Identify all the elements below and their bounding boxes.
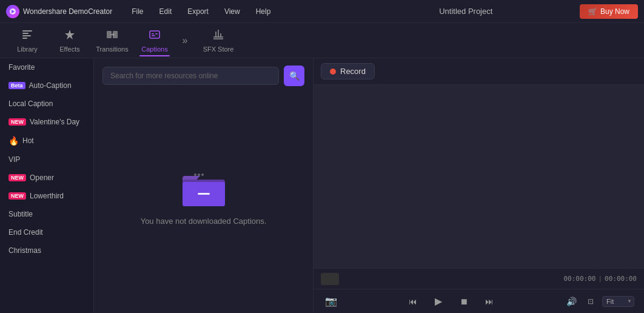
project-title: Untitled Project	[352, 7, 580, 16]
svg-marker-5	[65, 30, 75, 39]
svg-point-16	[198, 173, 200, 176]
main-content: Favorite Beta Auto-Caption Local Caption…	[0, 58, 644, 313]
fit-wrapper: Fit 25% 50% 75% 100% ▼	[602, 296, 634, 307]
record-label: Record	[340, 67, 366, 76]
aspect-ratio-button[interactable]: ⊡	[583, 294, 599, 309]
sidebar-item-hot[interactable]: 🔥 Hot	[0, 131, 93, 150]
volume-area: 🔊 ⊡ Fit 25% 50% 75% 100% ▼	[563, 294, 634, 309]
time-divider: |	[598, 275, 602, 283]
sidebar-item-local-caption-label: Local Caption	[8, 99, 53, 108]
fit-select[interactable]: Fit 25% 50% 75% 100%	[602, 296, 634, 307]
sidebar-item-auto-caption[interactable]: Beta Auto-Caption	[0, 76, 93, 95]
badge-new-valentines: NEW	[8, 118, 26, 126]
sidebar-item-local-caption[interactable]: Local Caption	[0, 95, 93, 113]
badge-new-opener: NEW	[8, 174, 26, 181]
sidebar-item-lowerthird[interactable]: NEW Lowerthird	[0, 187, 93, 205]
menu-bar: Wondershare DemoCreator File Edit Export…	[0, 0, 644, 23]
sidebar-item-vip-label: VIP	[8, 155, 20, 164]
svg-rect-11	[152, 35, 155, 36]
badge-new-lowerthird: NEW	[8, 192, 26, 200]
sidebar-item-christmas[interactable]: Christmas	[0, 241, 93, 260]
sidebar-item-valentines[interactable]: NEW Valentine's Day	[0, 113, 93, 131]
sidebar-item-christmas-label: Christmas	[8, 246, 41, 255]
svg-rect-10	[155, 33, 158, 35]
volume-button[interactable]: 🔊	[563, 294, 579, 309]
toolbar: Library Effects Transitions Captions » S…	[0, 23, 644, 58]
search-input[interactable]	[102, 67, 279, 85]
menu-file[interactable]: File	[124, 5, 150, 18]
sidebar-item-auto-caption-label: Auto-Caption	[29, 81, 72, 90]
folder-icon	[179, 169, 228, 208]
menu-view[interactable]: View	[217, 5, 247, 18]
captions-icon	[149, 29, 161, 44]
menu-help[interactable]: Help	[249, 5, 278, 18]
search-icon: 🔍	[289, 71, 300, 81]
svg-point-17	[201, 173, 204, 176]
rewind-button[interactable]: ⏮	[405, 294, 421, 309]
record-button[interactable]: Record	[321, 63, 375, 79]
cart-icon: 🛒	[588, 7, 597, 16]
sidebar-item-end-credit[interactable]: End Credit	[0, 223, 93, 241]
app-logo-icon	[6, 5, 19, 18]
sidebar-item-subtitle-label: Subtitle	[8, 210, 33, 218]
svg-rect-14	[198, 193, 210, 195]
more-tabs-button[interactable]: »	[176, 32, 194, 50]
transitions-icon	[106, 29, 118, 44]
badge-beta: Beta	[8, 82, 25, 89]
playback-controls: 📷 ⏮ ▶ ⏹ ⏭ 🔊 ⊡ Fit 25% 50% 75% 100% ▼	[314, 289, 644, 313]
sidebar-item-subtitle[interactable]: Subtitle	[0, 205, 93, 223]
tab-transitions[interactable]: Transitions	[91, 25, 133, 56]
tab-sfx-store[interactable]: SFX Store	[194, 25, 243, 56]
svg-rect-1	[22, 30, 32, 32]
thumbnail-strip	[321, 273, 339, 285]
menu-items: File Edit Export View Help	[124, 5, 352, 18]
buy-now-label: Buy Now	[600, 7, 629, 16]
record-toolbar: Record	[314, 58, 644, 85]
app-logo: Wondershare DemoCreator	[6, 5, 112, 18]
tab-library-label: Library	[17, 45, 38, 53]
sidebar-item-vip[interactable]: VIP	[0, 150, 93, 169]
svg-rect-2	[22, 33, 29, 34]
svg-rect-8	[150, 31, 159, 38]
tab-captions-label: Captions	[141, 45, 167, 53]
sidebar-item-hot-label: Hot	[22, 136, 34, 145]
svg-rect-4	[22, 38, 27, 39]
tab-effects-label: Effects	[59, 45, 79, 53]
app-name: Wondershare DemoCreator	[23, 7, 112, 16]
svg-point-15	[194, 173, 196, 176]
empty-message: You have not downloaded Captions.	[141, 217, 267, 226]
tab-library[interactable]: Library	[6, 25, 49, 56]
screenshot-button[interactable]: 📷	[323, 294, 339, 309]
record-dot-icon	[330, 69, 336, 75]
svg-rect-3	[22, 35, 31, 36]
menu-edit[interactable]: Edit	[152, 5, 179, 18]
current-time: 00:00:00	[563, 275, 595, 283]
empty-state: You have not downloaded Captions.	[94, 93, 313, 313]
time-display: 00:00:00 | 00:00:00	[563, 275, 637, 283]
tab-sfxstore-label: SFX Store	[203, 45, 234, 53]
search-button[interactable]: 🔍	[284, 66, 304, 86]
right-panel: Record 00:00:00 | 00:00:00 📷 ⏮ ▶ ⏹ ⏭ 🔊 ⊡	[314, 58, 644, 313]
tab-captions[interactable]: Captions	[133, 25, 176, 56]
total-time: 00:00:00	[605, 275, 637, 283]
menu-export[interactable]: Export	[180, 5, 216, 18]
sidebar-item-opener[interactable]: NEW Opener	[0, 169, 93, 187]
tab-effects[interactable]: Effects	[49, 25, 91, 56]
center-panel: 🔍 You have not downloaded Captions.	[94, 58, 314, 313]
tab-transitions-label: Transitions	[96, 45, 128, 53]
video-preview	[314, 85, 644, 268]
search-bar: 🔍	[94, 58, 313, 93]
sidebar-item-opener-label: Opener	[30, 173, 54, 182]
forward-button[interactable]: ⏭	[481, 294, 497, 309]
sidebar-item-favorite[interactable]: Favorite	[0, 58, 93, 76]
stop-button[interactable]: ⏹	[456, 294, 472, 309]
library-icon	[21, 29, 33, 44]
play-button[interactable]: ▶	[431, 294, 446, 309]
hot-icon: 🔥	[8, 136, 19, 146]
svg-rect-9	[152, 33, 154, 35]
sidebar-item-favorite-label: Favorite	[8, 63, 35, 72]
buy-now-button[interactable]: 🛒 Buy Now	[580, 4, 638, 19]
sfx-icon	[212, 29, 224, 44]
sidebar-item-valentines-label: Valentine's Day	[30, 118, 79, 126]
sidebar: Favorite Beta Auto-Caption Local Caption…	[0, 58, 94, 313]
